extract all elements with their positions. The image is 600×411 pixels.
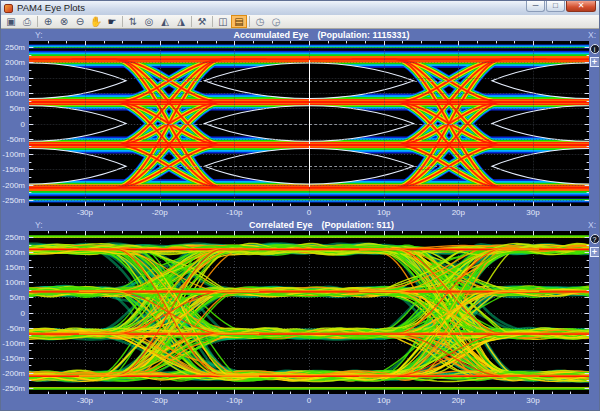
toolbar-separator: [212, 16, 213, 27]
minimize-button[interactable]: ─: [526, 1, 545, 12]
accumulated-eye-header: Y: Accumulated Eye(Population: 1115331) …: [1, 29, 600, 41]
y-tick-label: 150m: [5, 263, 25, 272]
y-tick-label: -150m: [2, 165, 25, 174]
y-tick-label: 200m: [5, 58, 25, 67]
data-brush-icon[interactable]: ☛: [104, 15, 120, 28]
plot-title-text: Correlated Eye: [249, 220, 313, 230]
y-tick-label: 50m: [9, 293, 25, 302]
y-tick-label: -250m: [2, 384, 25, 393]
y-tick-label: -150m: [2, 354, 25, 363]
window-title: PAM4 Eye Plots: [17, 1, 85, 15]
y-tick-label: -50m: [7, 324, 25, 333]
toolbar-separator: [122, 16, 123, 27]
y-tick-label: 0: [21, 120, 25, 129]
y-tick-label: -200m: [2, 181, 25, 190]
correlated-eye-plot: Y: Correlated Eye(Population: 511) X: 25…: [1, 219, 600, 409]
x-axis-tick-labels: -30p-20p-10p010p20p30p: [29, 395, 589, 406]
y-tick-label: -250m: [2, 196, 25, 205]
y-axis-prefix: Y:: [1, 220, 55, 230]
x-axis-prefix: X:: [588, 220, 600, 230]
y-tick-label: -100m: [2, 339, 25, 348]
x-tick-label: 0: [307, 208, 311, 217]
x-tick-label: -20p: [152, 208, 168, 217]
population-label: (Population: 1115331): [317, 30, 409, 40]
y-tick-label: 250m: [5, 233, 25, 242]
y-tick-label: 0: [21, 309, 25, 318]
correlated-eye-canvas[interactable]: [29, 231, 589, 394]
x-tick-label: 10p: [377, 396, 390, 405]
toolbar: ▣ ⎙ ⊕ ⊗ ⊖ ✋ ☛ ⇅ ◎ ◭ ◮ ⚒ ◫ ▤ ◷ ◶: [1, 15, 599, 29]
app-icon: [4, 4, 13, 13]
plot-side-buttons: i +: [589, 44, 600, 67]
y-axis-tick-labels: 250m200m150m100m50m0-50m-100m-150m-200m-…: [1, 41, 27, 206]
y-tick-label: 250m: [5, 43, 25, 52]
toolbar-separator: [249, 16, 250, 27]
zoom-selection-icon[interactable]: ⊗: [56, 15, 72, 28]
y-tick-label: -50m: [7, 135, 25, 144]
y-tick-label: -200m: [2, 369, 25, 378]
zoom-in-icon[interactable]: ⊕: [40, 15, 56, 28]
x-tick-label: -30p: [77, 396, 93, 405]
bathtub-horizontal-icon[interactable]: ◮: [173, 15, 189, 28]
close-button[interactable]: ✕: [566, 1, 596, 12]
info-button[interactable]: i: [590, 44, 600, 54]
y-tick-label: 50m: [9, 104, 25, 113]
stem-view-icon[interactable]: ⇅: [125, 15, 141, 28]
x-axis-prefix: X:: [588, 30, 600, 40]
clock-marker-1-icon[interactable]: ◷: [252, 15, 268, 28]
plot-side-buttons: ? +: [589, 234, 600, 257]
expand-button[interactable]: +: [590, 247, 600, 257]
pan-icon[interactable]: ✋: [88, 15, 104, 28]
title-bar[interactable]: PAM4 Eye Plots ─ □ ✕: [1, 1, 599, 15]
help-button[interactable]: ?: [590, 234, 600, 244]
y-tick-label: 100m: [5, 278, 25, 287]
y-tick-label: -100m: [2, 150, 25, 159]
settings-wrench-icon[interactable]: ⚒: [194, 15, 210, 28]
window-controls: ─ □ ✕: [526, 1, 596, 12]
eye-contour-icon[interactable]: ◎: [141, 15, 157, 28]
y-axis-prefix: Y:: [1, 30, 55, 40]
toolbar-separator: [191, 16, 192, 27]
x-tick-label: 0: [307, 396, 311, 405]
save-icon[interactable]: ▣: [3, 15, 19, 28]
x-axis-tick-labels: -30p-20p-10p010p20p30p: [29, 207, 589, 218]
plot-title: Correlated Eye(Population: 511): [55, 220, 588, 230]
y-tick-label: 200m: [5, 248, 25, 257]
maximize-button[interactable]: □: [546, 1, 565, 12]
plot-title: Accumulated Eye(Population: 1115331): [55, 30, 588, 40]
clock-marker-2-icon[interactable]: ◶: [268, 15, 284, 28]
toolbar-separator: [37, 16, 38, 27]
y-tick-label: 100m: [5, 89, 25, 98]
bathtub-vertical-icon[interactable]: ◭: [157, 15, 173, 28]
x-tick-label: -10p: [226, 208, 242, 217]
y-axis-tick-labels: 250m200m150m100m50m0-50m-100m-150m-200m-…: [1, 231, 27, 394]
x-tick-label: -30p: [77, 208, 93, 217]
x-tick-label: 30p: [526, 208, 539, 217]
accumulated-eye-canvas[interactable]: [29, 41, 589, 206]
plot-title-text: Accumulated Eye: [233, 30, 308, 40]
x-tick-label: 20p: [452, 208, 465, 217]
x-tick-label: -20p: [152, 396, 168, 405]
x-tick-label: 30p: [526, 396, 539, 405]
figure-window: PAM4 Eye Plots ─ □ ✕ ▣ ⎙ ⊕ ⊗ ⊖ ✋ ☛ ⇅ ◎ ◭…: [0, 0, 600, 411]
figure-canvas-area: Y: Accumulated Eye(Population: 1115331) …: [1, 29, 600, 411]
x-tick-label: 10p: [377, 208, 390, 217]
x-tick-label: -10p: [226, 396, 242, 405]
correlated-eye-header: Y: Correlated Eye(Population: 511) X:: [1, 219, 600, 231]
x-tick-label: 20p: [452, 396, 465, 405]
layout-rows-icon[interactable]: ▤: [231, 15, 247, 28]
print-icon[interactable]: ⎙: [19, 15, 35, 28]
y-tick-label: 150m: [5, 74, 25, 83]
accumulated-eye-plot: Y: Accumulated Eye(Population: 1115331) …: [1, 29, 600, 219]
layout-columns-icon[interactable]: ◫: [215, 15, 231, 28]
expand-button[interactable]: +: [590, 57, 600, 67]
population-label: (Population: 511): [321, 220, 394, 230]
zoom-out-icon[interactable]: ⊖: [72, 15, 88, 28]
